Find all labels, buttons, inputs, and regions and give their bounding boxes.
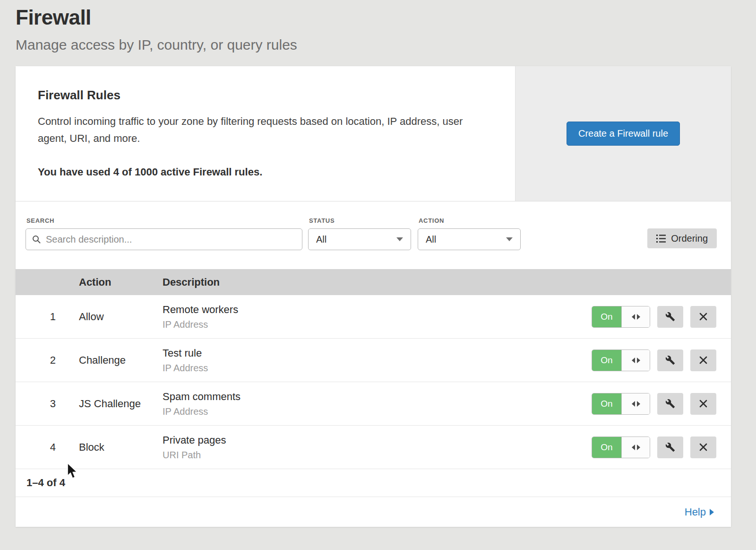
rule-enabled-toggle[interactable]: On	[592, 350, 621, 371]
edit-rule-button[interactable]	[657, 306, 683, 328]
ordering-button[interactable]: Ordering	[647, 228, 717, 248]
rule-priority: 2	[16, 354, 58, 367]
action-select-value: All	[426, 234, 436, 245]
toggle-slider-handle[interactable]	[621, 350, 650, 371]
delete-rule-button[interactable]	[690, 306, 716, 328]
rule-match-type: IP Address	[163, 406, 577, 417]
rule-action: JS Challenge	[58, 398, 163, 410]
search-box	[26, 228, 302, 250]
table-row: 4 Block Private pages URI Path On	[16, 426, 731, 469]
rules-heading: Firewall Rules	[38, 88, 487, 103]
close-icon	[699, 443, 708, 452]
rule-description: Remote workers	[163, 304, 577, 316]
rule-enabled-toggle[interactable]: On	[592, 437, 621, 458]
table-row: 2 Challenge Test rule IP Address On	[16, 339, 731, 382]
delete-rule-button[interactable]	[690, 437, 716, 458]
left-right-arrows-icon	[632, 358, 640, 363]
search-icon	[32, 235, 41, 244]
action-filter-group: ACTION All	[418, 217, 521, 250]
rule-action: Allow	[58, 311, 163, 323]
edit-rule-button[interactable]	[657, 437, 683, 458]
table-row: 1 Allow Remote workers IP Address On	[16, 295, 731, 339]
rule-description: Test rule	[163, 347, 577, 359]
rule-priority: 4	[16, 441, 58, 454]
ordered-list-icon	[656, 235, 666, 243]
search-input[interactable]	[26, 228, 302, 250]
column-header-action: Action	[58, 276, 163, 288]
rule-description: Private pages	[163, 434, 577, 446]
toggle-slider-handle[interactable]	[621, 393, 650, 414]
help-link-label: Help	[685, 506, 706, 518]
close-icon	[699, 356, 708, 365]
close-icon	[699, 312, 708, 321]
rules-description: Control incoming traffic to your zone by…	[38, 113, 487, 147]
rule-controls: On	[577, 349, 731, 371]
help-link[interactable]: Help	[685, 506, 714, 518]
pagination-summary: 1–4 of 4	[16, 469, 731, 497]
rule-enabled-toggle-group: On	[592, 393, 650, 415]
chevron-down-icon	[506, 237, 513, 241]
left-right-arrows-icon	[632, 314, 640, 320]
search-label: SEARCH	[26, 217, 302, 224]
rule-enabled-toggle[interactable]: On	[592, 306, 621, 327]
card-footer: Help	[16, 497, 731, 527]
page-title: Firewall	[16, 6, 756, 29]
rule-description-cell: Private pages URI Path	[163, 434, 577, 461]
firewall-rules-card: Firewall Rules Control incoming traffic …	[16, 66, 731, 527]
rule-action: Challenge	[58, 354, 163, 367]
wrench-icon	[665, 355, 675, 365]
chevron-down-icon	[396, 237, 403, 241]
toggle-slider-handle[interactable]	[621, 437, 650, 458]
rule-controls: On	[577, 393, 731, 415]
rule-match-type: URI Path	[163, 450, 577, 461]
rule-enabled-toggle-group: On	[592, 437, 650, 458]
action-select[interactable]: All	[418, 228, 521, 250]
status-select-value: All	[316, 234, 326, 245]
create-firewall-rule-button[interactable]: Create a Firewall rule	[567, 122, 680, 146]
ordering-button-label: Ordering	[671, 233, 708, 244]
action-label: ACTION	[419, 217, 521, 224]
toggle-slider-handle[interactable]	[621, 306, 650, 327]
create-rule-panel: Create a Firewall rule	[515, 66, 731, 201]
rule-priority: 3	[16, 398, 58, 410]
rule-enabled-toggle-group: On	[592, 349, 650, 371]
rule-controls: On	[577, 306, 731, 328]
status-filter-group: STATUS All	[308, 217, 411, 250]
page-subtitle: Manage access by IP, country, or query r…	[16, 37, 756, 53]
arrow-right-icon	[710, 509, 714, 515]
status-label: STATUS	[309, 217, 411, 224]
status-select[interactable]: All	[308, 228, 411, 250]
table-header: Action Description	[16, 269, 731, 295]
rule-description-cell: Test rule IP Address	[163, 347, 577, 374]
rules-summary-section: Firewall Rules Control incoming traffic …	[16, 66, 731, 201]
edit-rule-button[interactable]	[657, 349, 683, 371]
rule-enabled-toggle-group: On	[592, 306, 650, 328]
left-right-arrows-icon	[632, 401, 640, 407]
rule-action: Block	[58, 441, 163, 454]
table-row: 3 JS Challenge Spam comments IP Address …	[16, 382, 731, 426]
rule-description: Spam comments	[163, 391, 577, 403]
edit-rule-button[interactable]	[657, 393, 683, 415]
wrench-icon	[665, 399, 675, 409]
rule-match-type: IP Address	[163, 363, 577, 374]
search-filter-group: SEARCH	[26, 217, 302, 250]
rule-enabled-toggle[interactable]: On	[592, 393, 621, 414]
column-header-description: Description	[163, 276, 577, 288]
delete-rule-button[interactable]	[690, 349, 716, 371]
rule-match-type: IP Address	[163, 319, 577, 330]
filters-bar: SEARCH STATUS All ACTION All	[16, 201, 731, 269]
left-right-arrows-icon	[632, 445, 640, 450]
page-header: Firewall Manage access by IP, country, o…	[0, 0, 756, 53]
wrench-icon	[665, 312, 675, 322]
rule-description-cell: Remote workers IP Address	[163, 304, 577, 330]
rule-priority: 1	[16, 311, 58, 323]
delete-rule-button[interactable]	[690, 393, 716, 415]
rules-summary-text: Firewall Rules Control incoming traffic …	[16, 66, 515, 201]
rules-usage-count: You have used 4 of 1000 active Firewall …	[38, 166, 487, 178]
close-icon	[699, 399, 708, 408]
rule-controls: On	[577, 437, 731, 458]
wrench-icon	[665, 442, 675, 452]
rule-description-cell: Spam comments IP Address	[163, 391, 577, 417]
